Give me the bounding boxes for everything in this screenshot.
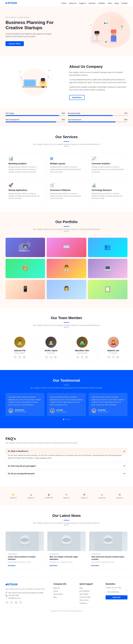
twitter-icon-jenifer[interactable]: t (49, 356, 53, 359)
service-card-consumer[interactable]: 📈 Consumer Analytics Strategy develops c… (89, 153, 127, 176)
service-card-tech[interactable]: 🔬 Technology Research Strategy develops … (89, 179, 127, 203)
footer-link-contact[interactable]: Contact Us (79, 602, 87, 604)
footer-address: 📍 2811 Dawson Street Santa Cloud Melbour… (6, 592, 49, 594)
dot-1[interactable] (63, 419, 64, 420)
instagram-icon-macollian[interactable]: in (85, 356, 88, 359)
faq-question-1[interactable]: 01. What is WordPress? ▲ (6, 448, 127, 454)
facebook-icon-jenifer[interactable]: f (45, 356, 48, 359)
blog-read-more-2[interactable]: Read More (50, 565, 57, 566)
testimonial-card-3: Lorem ipsum dolor sit amet, consectetur … (89, 393, 127, 416)
footer-logo-prefix: ■ (6, 583, 7, 586)
twitter-icon-natarion[interactable]: t (112, 356, 115, 359)
facebook-icon-natarion[interactable]: f (107, 356, 110, 359)
nav-team[interactable]: Team (108, 2, 112, 4)
skill-appdev-bar (68, 122, 115, 122)
twitter-icon-macollian[interactable]: t (80, 356, 84, 359)
service-card-layouts[interactable]: ⊞ Multiple Layouts Strategy develops cus… (47, 153, 86, 176)
footer-link-faq[interactable]: FAQ (79, 587, 83, 589)
services-subtitle: Nec volutpat. Sed do ut eum sit molestie… (32, 143, 101, 147)
footer-link-hiring[interactable]: We are hiring (54, 593, 62, 595)
portfolio-item-2[interactable]: ⌨️ (47, 238, 86, 257)
instagram-icon-jackson[interactable]: in (23, 356, 26, 359)
svg-rect-14 (107, 22, 108, 24)
portfolio-item-7[interactable]: 📱 (6, 280, 45, 299)
service-card-marketing[interactable]: 📊 Marketing Analytics Strategy develops … (6, 153, 44, 176)
nav-portfolio[interactable]: Portfolio (98, 2, 105, 4)
newsletter-subscribe-button[interactable]: Subscribe (105, 595, 127, 600)
dot-2[interactable] (65, 419, 66, 420)
email-icon: ✉️ (6, 597, 8, 599)
service-marketing-title: Marketing Analytics (9, 162, 41, 165)
newsletter-email-input[interactable] (105, 590, 127, 594)
nav-home[interactable]: Home (62, 2, 66, 4)
footer-link-carrier[interactable]: Carrier (54, 590, 58, 592)
site-logo[interactable]: ■NTISAN (6, 2, 17, 4)
nav-services[interactable]: Services (89, 2, 96, 4)
footer-linkedin-icon[interactable]: li (19, 601, 22, 604)
copyright-text: Copyright © 2020 Tintisan | All Rights R… (50, 610, 83, 612)
service-marketing-desc: Strategy develops customer to scope out … (9, 166, 41, 173)
dot-3[interactable] (67, 419, 68, 420)
footer-instagram-icon[interactable]: in (15, 601, 18, 604)
twitter-icon-jackson[interactable]: t (18, 356, 22, 359)
about-read-more-button[interactable]: Read More (69, 95, 84, 100)
nav-blog[interactable]: Blog (115, 2, 118, 4)
blog-card-3[interactable]: Uncategorized Velit maecenas posuere dic… (89, 532, 127, 569)
footer-link-how-it-works[interactable]: How it Works (79, 593, 88, 595)
blog-content-2: Uncategorized Mus orci integer commodo s… (47, 551, 85, 569)
service-card-startup[interactable]: 🚀 Startup Applications Strategy develops… (6, 179, 44, 203)
blog-divider (64, 520, 69, 520)
dot-4[interactable] (69, 419, 70, 420)
hero-title: Business Planning For Creative Startups (6, 20, 64, 30)
blog-post-title-2: Mus orci integer commodo sagis bibendum (50, 556, 83, 560)
portfolio-item-8[interactable]: 👩‍💼 (47, 280, 86, 299)
nav-about[interactable]: About Us (69, 2, 76, 4)
portfolio-subtitle: Nec volutpat. Sed do ut eum sit molestie… (32, 228, 101, 232)
portfolio-item-6[interactable]: 💻 (88, 259, 127, 278)
hero-description: Create key segments and target the right… (6, 33, 55, 38)
instagram-icon-jenifer[interactable]: in (54, 356, 57, 359)
facebook-icon-jackson[interactable]: f (14, 356, 17, 359)
testimonial-name-3: David Min (98, 409, 108, 411)
portfolio-title: Our Portfolio (6, 220, 127, 224)
instagram-icon-natarion[interactable]: in (116, 356, 119, 359)
blog-card-2[interactable]: Uncategorized Mus orci integer commodo s… (47, 532, 86, 569)
blog-read-more-3[interactable]: Read More (91, 565, 99, 566)
team-name-jackson: Jackson Pat (8, 350, 32, 352)
facebook-icon-macollian[interactable]: f (76, 356, 79, 359)
logo-text: NTISAN (8, 2, 17, 4)
portfolio-item-3[interactable]: 👥 (88, 238, 127, 257)
brand-icon-3: ◆ (45, 493, 53, 496)
service-card-ecommerce[interactable]: 🛒 eCommerce Platforms Strategy develops … (47, 179, 86, 203)
skills-section: Uifo Design 90% Branding Design 75% Web … (0, 108, 133, 126)
nav-pages[interactable]: Pages ▾ (79, 2, 86, 4)
nav-contact[interactable]: Contact (121, 2, 127, 4)
blog-card-1[interactable]: Uncategorized Curaс rutrum pulvinar ut t… (6, 532, 44, 569)
footer-twitter-icon[interactable]: t (10, 601, 13, 604)
faq-question-3[interactable]: 03. Do you already My Domain? ▼ (6, 470, 127, 476)
footer-link-blog[interactable]: Blog (54, 596, 57, 598)
portfolio-item-4[interactable]: 🎨 (6, 259, 45, 278)
svg-text:◆: ◆ (105, 40, 107, 43)
hero-cta-button[interactable]: Explore Work (6, 41, 24, 46)
team-role-jenifer: Art Director (39, 352, 63, 354)
testimonial-name-1: John Brown (15, 409, 26, 411)
footer-bottom: Copyright © 2020 Tintisan | All Rights R… (6, 608, 127, 612)
svg-text:✦: ✦ (49, 70, 50, 72)
footer-facebook-icon[interactable]: f (6, 601, 9, 604)
team-socials-jackson: f t in (8, 356, 32, 359)
blog-read-more-1[interactable]: Read More (8, 565, 16, 566)
faq-question-2[interactable]: 02. How long did you get juggle? ▼ (6, 463, 127, 469)
footer-link-about[interactable]: About Us (54, 587, 60, 589)
blog-meta-3: Hassan Munda · September 18, 2021 (91, 562, 125, 563)
svg-text:📱: 📱 (22, 286, 29, 292)
testimonial-author-3: 👨 David Min Creative Director (91, 408, 125, 413)
portfolio-item-1[interactable]: 👩‍💻 (6, 238, 45, 257)
footer-link-terms[interactable]: Terms of Use (79, 599, 88, 601)
blog-category-3: Uncategorized (91, 553, 125, 555)
startup-icon: 🚀 (9, 183, 41, 187)
portfolio-item-9[interactable]: 📋 (88, 280, 127, 299)
footer-link-pro-assist[interactable]: Pro Assistance (79, 590, 90, 592)
footer-link-privacy[interactable]: Privacy & Policy (79, 596, 90, 598)
portfolio-item-5[interactable]: 👨‍💼 (47, 259, 86, 278)
